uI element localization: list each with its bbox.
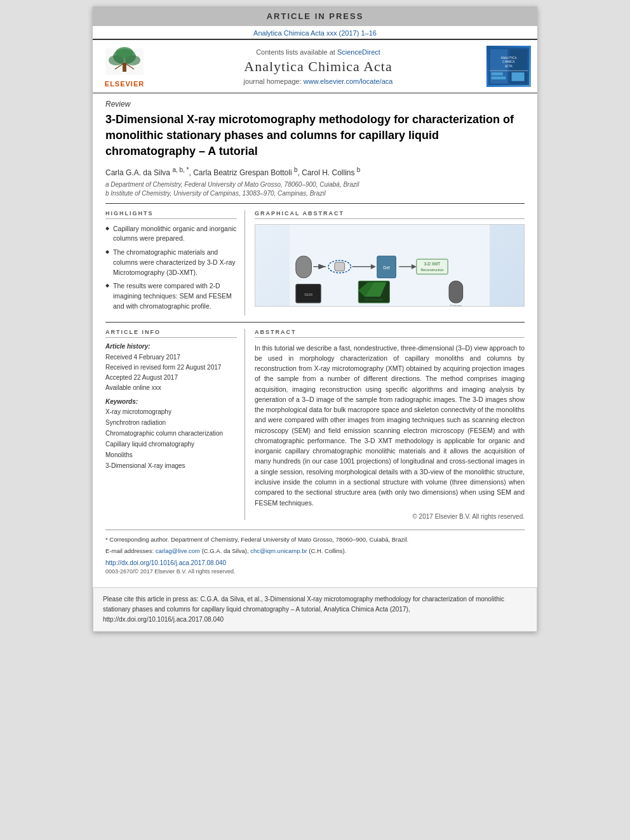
keyword-1: X-ray microtomography	[105, 406, 237, 417]
journal-homepage: journal homepage: www.elsevier.com/locat…	[156, 77, 480, 85]
corresponding-author: * Corresponding author. Department of Ch…	[105, 535, 525, 544]
affiliation-a: a Department of Chemistry, Federal Unive…	[105, 181, 525, 188]
section-divider-2	[105, 322, 525, 323]
issn-text: 0003-2670/© 2017 Elsevier B.V. All right…	[105, 568, 525, 575]
science-direct-link[interactable]: ScienceDirect	[337, 48, 380, 56]
available-date: Available online xxx	[105, 383, 237, 393]
email-link-2[interactable]: chc@iqm.unicamp.br	[250, 547, 307, 554]
article-section-label: Review	[105, 100, 525, 109]
journal-thumbnail: ANALYTICA CHIMICA ACTA	[486, 46, 531, 87]
keyword-5: Monoliths	[105, 450, 237, 460]
article-title: 3-Dimensional X-ray microtomography meth…	[105, 112, 525, 160]
info-abstract-row: ARTICLE INFO Article history: Received 4…	[105, 329, 525, 520]
svg-text:3D monolith: 3D monolith	[365, 298, 383, 302]
copyright-notice: © 2017 Elsevier B.V. All rights reserved…	[255, 513, 525, 520]
received-date: Received 4 February 2017	[105, 352, 237, 363]
journal-title: Analytica Chimica Acta	[156, 58, 480, 75]
keywords-label: Keywords:	[105, 398, 237, 405]
abstract-section: ABSTRACT In this tutorial we describe a …	[255, 329, 525, 520]
history-label: Article history:	[105, 343, 237, 350]
section-divider	[105, 203, 525, 204]
svg-text:3-D XMT: 3-D XMT	[424, 262, 441, 266]
main-content: Review 3-Dimensional X-ray microtomograp…	[93, 93, 537, 581]
highlight-item-2: The chromatographic materials and column…	[105, 248, 237, 277]
journal-header: ELSEVIER Contents lists available at Sci…	[93, 39, 537, 93]
svg-text:Reconstruction: Reconstruction	[420, 267, 443, 271]
affiliation-b: b Institute of Chemistry, University of …	[105, 190, 525, 197]
email-link-1[interactable]: carlag@live.com	[156, 547, 200, 554]
article-info-heading: ARTICLE INFO	[105, 329, 237, 338]
svg-rect-22	[335, 262, 345, 271]
svg-text:ACTA: ACTA	[505, 65, 513, 68]
keyword-3: Chromatographic column characterization	[105, 428, 237, 439]
highlights-heading: HIGHLIGHTS	[105, 210, 237, 219]
science-direct-label: Contents lists available at ScienceDirec…	[156, 48, 480, 56]
citation-box: Please cite this article in press as: C.…	[93, 587, 537, 632]
journal-reference: Analytica Chimica Acta xxx (2017) 1–16	[93, 26, 537, 39]
graphical-abstract-heading: GRAPHICAL ABSTRACT	[255, 210, 525, 219]
graphical-abstract-image: Det 3-D XMT Reconstruction SEM	[255, 224, 525, 307]
article-history: Article history: Received 4 February 201…	[105, 343, 237, 393]
svg-text:ANALYTICA: ANALYTICA	[500, 57, 517, 60]
authors-line: Carla G.A. da Silva a, b, *, Carla Beatr…	[105, 166, 525, 177]
highlights-list: Capillary monolithic organic and inorgan…	[105, 224, 237, 312]
homepage-link[interactable]: www.elsevier.com/locate/aca	[304, 77, 393, 85]
highlight-item-1: Capillary monolithic organic and inorgan…	[105, 224, 237, 244]
revised-date: Received in revised form 22 August 2017	[105, 363, 237, 373]
svg-text:Column: Column	[450, 304, 462, 306]
accepted-date: Accepted 22 August 2017	[105, 373, 237, 383]
keyword-2: Synchrotron radiation	[105, 417, 237, 428]
graphical-abstract-section: GRAPHICAL ABSTRACT	[255, 210, 525, 316]
journal-header-middle: Contents lists available at ScienceDirec…	[156, 48, 480, 85]
keyword-4: Capillary liquid chromatography	[105, 439, 237, 450]
highlights-section: HIGHLIGHTS Capillary monolithic organic …	[105, 210, 245, 316]
highlights-abstract-row: HIGHLIGHTS Capillary monolithic organic …	[105, 210, 525, 316]
svg-text:SEM: SEM	[304, 293, 312, 297]
svg-text:CHIMICA: CHIMICA	[502, 60, 515, 63]
footnote-section: * Corresponding author. Department of Ch…	[105, 530, 525, 575]
elsevier-logo: ELSEVIER	[99, 45, 150, 88]
email-addresses: E-mail addresses: carlag@live.com (C.G.A…	[105, 547, 525, 556]
abstract-heading: ABSTRACT	[255, 329, 525, 338]
article-info-section: ARTICLE INFO Article history: Received 4…	[105, 329, 245, 520]
svg-rect-19	[296, 256, 312, 277]
svg-rect-17	[512, 72, 525, 81]
svg-text:Det: Det	[383, 265, 390, 269]
elsevier-text: ELSEVIER	[105, 80, 144, 88]
article-in-press-banner: ARTICLE IN PRESS	[93, 6, 537, 26]
svg-rect-16	[492, 77, 506, 80]
keyword-6: 3-Dimensional X-ray images	[105, 460, 237, 471]
svg-rect-15	[492, 72, 503, 76]
svg-rect-38	[449, 281, 463, 302]
svg-point-5	[116, 47, 133, 58]
doi-link[interactable]: http://dx.doi.org/10.1016/j.aca.2017.08.…	[105, 559, 525, 566]
abstract-text: In this tutorial we describe a fast, non…	[255, 343, 525, 508]
highlight-item-3: The results were compared with 2-D imagi…	[105, 281, 237, 311]
